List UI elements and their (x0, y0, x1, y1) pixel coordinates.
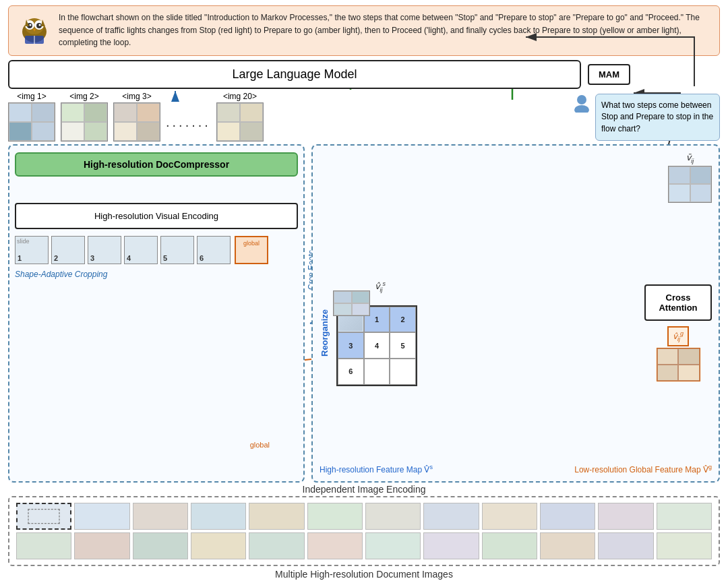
img-item-20: <img 20> (216, 92, 264, 142)
doc-thumb-21 (540, 532, 595, 559)
mam-box: MAM (588, 64, 630, 85)
doc-thumb-6 (365, 503, 421, 530)
user-icon (572, 94, 591, 113)
doc-thumb-12 (16, 532, 71, 559)
doc-thumb-13 (74, 532, 129, 559)
doc-thumb-7 (423, 503, 479, 530)
lowres-label: Low-resolution Global Feature Map V̂g (574, 464, 712, 474)
img-thumb-2 (61, 102, 108, 142)
cross-attention-box: CrossAttention (644, 284, 712, 321)
ind-encoding-label: Independent Image Encoding (8, 484, 720, 495)
doc-thumb-22 (598, 532, 653, 559)
crop-global: global (235, 236, 268, 264)
llm-box: Large Language Model (8, 60, 581, 89)
crop-4: 4 (124, 236, 158, 264)
img-item-3: <img 3> (113, 92, 160, 142)
doc-thumb-17 (307, 532, 363, 559)
img-label-2: <img 2> (69, 92, 98, 101)
feature-grid: v̂ijs (336, 280, 424, 386)
img-thumb-20 (216, 102, 264, 142)
dots: ....... (166, 115, 211, 130)
v-bar-section: v̄ij (668, 152, 712, 203)
doc-images-section (8, 496, 720, 566)
svg-point-58 (574, 105, 589, 113)
crop-5: 5 (160, 236, 194, 264)
doc-compressor-box: High-resolution DocCompressor (15, 152, 298, 177)
doc-thumb-23 (657, 532, 712, 559)
doc-thumb-16 (249, 532, 304, 559)
svg-point-57 (577, 95, 586, 104)
owl-icon (17, 11, 52, 47)
img-thumb-3 (113, 102, 160, 142)
reorganize-label: Reorganize (320, 306, 330, 360)
global-label: global (250, 441, 270, 449)
doc-thumb-19 (423, 532, 479, 559)
answer-box: In the flowchart shown on the slide titl… (8, 5, 720, 56)
doc-thumb-8 (482, 503, 537, 530)
crop-2: 2 (51, 236, 85, 264)
doc-thumb-9 (540, 503, 595, 530)
main-layout: Key Value query Crop Feats High-re (0, 0, 728, 585)
shape-adaptive-label: Shape-Adaptive Cropping (15, 270, 298, 279)
svg-point-51 (39, 24, 41, 26)
right-panel: v̄ij Reorganize v (311, 144, 720, 483)
doc-thumb-14 (133, 532, 188, 559)
hires-label: High-resolution Feature Map V̂s (320, 464, 433, 474)
crop-6: 6 (197, 236, 231, 264)
doc-thumb-18 (365, 532, 421, 559)
left-panel: High-resolution DocCompressor High-resol… (8, 144, 305, 483)
img-label-3: <img 3> (122, 92, 151, 101)
doc-thumb-11 (657, 503, 712, 530)
crop-3: 3 (88, 236, 121, 264)
doc-thumb-10 (598, 503, 653, 530)
img-item-2: <img 2> (61, 92, 108, 142)
img-label-1: <img 1> (17, 92, 46, 101)
v-hat-g-section: v̂ijg (644, 326, 712, 381)
img-thumb-1 (8, 102, 55, 142)
doc-thumb-4 (249, 503, 304, 530)
doc-thumb-0 (16, 503, 71, 530)
doc-thumb-2 (133, 503, 188, 530)
answer-text: In the flowchart shown on the slide titl… (59, 11, 711, 49)
visual-encoding-box: High-resolution Visual Encoding (15, 203, 298, 229)
doc-thumb-15 (191, 532, 246, 559)
img-label-20: <img 20> (223, 92, 257, 101)
doc-thumb-5 (307, 503, 363, 530)
multiple-docs-label: Multiple High-resolution Document Images (8, 569, 720, 580)
img-item-1: <img 1> (8, 92, 55, 142)
user-question-box: What two steps come between Stop and Pre… (595, 94, 720, 141)
crop-1: slide 1 (15, 236, 49, 264)
svg-point-50 (30, 24, 32, 26)
doc-thumb-20 (482, 532, 537, 559)
doc-thumb-3 (191, 503, 246, 530)
doc-thumb-1 (74, 503, 129, 530)
